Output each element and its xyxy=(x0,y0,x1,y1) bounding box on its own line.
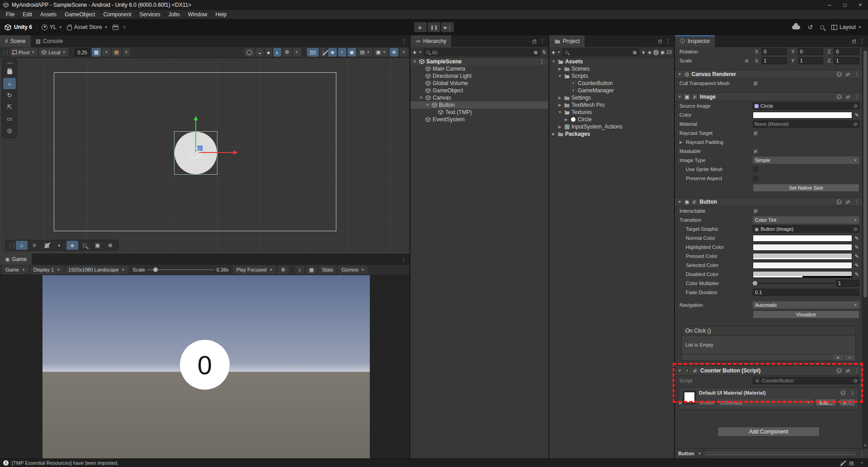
maximize-button[interactable]: □ xyxy=(837,0,853,10)
lock-icon[interactable] xyxy=(533,41,536,43)
project-item-assets[interactable]: ▼Assets xyxy=(549,58,674,65)
drag-handle-icon[interactable]: ❘❘ xyxy=(2,50,9,55)
splitter[interactable] xyxy=(410,35,410,458)
package-manager-icon[interactable] xyxy=(113,25,118,30)
eyedropper-icon[interactable]: ✎ xyxy=(854,253,859,259)
2d-toggle[interactable]: 2D xyxy=(307,48,319,57)
lighting-toggle-button[interactable]: ◐ xyxy=(54,241,66,250)
menu-edit[interactable]: Edit xyxy=(19,10,36,19)
lock-icon[interactable] xyxy=(852,41,856,43)
foldout-icon[interactable]: ▶ xyxy=(564,117,569,122)
search-by-type-icon[interactable]: ▼ xyxy=(641,50,646,55)
image-enabled-checkbox[interactable]: ✓ xyxy=(692,94,698,100)
search-overlay-button[interactable] xyxy=(79,241,91,250)
hierarchy-item-gameobject[interactable]: GameObject xyxy=(410,87,548,94)
rotation-y-field[interactable]: 0 xyxy=(798,48,824,55)
foldout-icon[interactable]: ▼ xyxy=(557,110,562,114)
preserve-aspect-checkbox[interactable]: ✓ xyxy=(753,176,759,181)
notifications-muted-icon[interactable]: ♪ xyxy=(840,460,843,466)
hierarchy-item-text-tmp-[interactable]: Text (TMP) xyxy=(410,109,548,116)
unity-logo[interactable]: Unity 6 xyxy=(5,24,32,31)
interactable-checkbox[interactable]: ✓ xyxy=(753,208,759,214)
project-item-inputsystem-actions[interactable]: ▶InputSystem_Actions xyxy=(549,123,674,130)
menu-help[interactable]: Help xyxy=(212,10,231,19)
presets-icon[interactable]: ⇄ xyxy=(846,368,850,374)
material-field[interactable]: None (Material) ⊙ xyxy=(753,120,859,128)
hierarchy-item-global-volume[interactable]: Global Volume xyxy=(410,80,548,87)
foldout-icon[interactable]: ▶ xyxy=(557,67,562,71)
kebab-icon[interactable]: ⋮ xyxy=(854,367,859,374)
tab-console[interactable]: ▤ Console xyxy=(31,35,68,47)
layout-dropdown[interactable]: Layout▼ xyxy=(831,24,862,30)
project-item-packages[interactable]: ▶Packages xyxy=(549,130,674,138)
project-item-textures[interactable]: ▼Textures xyxy=(549,109,674,116)
resolution-dropdown[interactable]: 1920x1080 Landscape▼ xyxy=(65,266,128,274)
set-native-size-button[interactable]: Set Native Size xyxy=(753,184,859,192)
presets-icon[interactable]: ⇄ xyxy=(846,71,850,77)
hierarchy-item-main-camera[interactable]: Main Camera xyxy=(410,65,548,72)
snap-increment-dropdown[interactable]: ▼ xyxy=(123,48,131,57)
debug-bug-button[interactable]: ⚙ xyxy=(283,48,292,57)
disabled-color-swatch[interactable] xyxy=(753,271,852,278)
overlay-drag-handle[interactable]: ══ xyxy=(7,61,12,66)
script-field[interactable]: # CounterButton ⊙ xyxy=(753,377,859,384)
gizmo-x-axis-arrow[interactable] xyxy=(199,152,236,153)
window-picker-icon[interactable]: ▣ xyxy=(533,50,538,55)
vsync-keyboard-button[interactable]: ▦ xyxy=(306,266,317,274)
slider-thumb[interactable] xyxy=(753,281,757,286)
help-icon[interactable]: ? xyxy=(836,199,842,205)
scale-y-field[interactable]: 1 xyxy=(798,57,824,64)
object-picker-icon[interactable]: ⊙ xyxy=(854,226,858,232)
hierarchy-item-button[interactable]: ▼Button xyxy=(410,101,548,109)
game-menu-kebab-icon[interactable]: ⋮ xyxy=(401,256,406,262)
lighting-mode-button[interactable]: ◒ xyxy=(256,48,264,57)
splitter[interactable] xyxy=(548,35,549,458)
image-component-header[interactable]: ▼▣ ✓ Image ?⇄⋮ xyxy=(675,92,862,101)
foldout-icon[interactable]: ▶ xyxy=(679,140,684,144)
scale-x-field[interactable]: 1 xyxy=(761,57,787,64)
undo-history-icon[interactable]: ↺ xyxy=(807,24,813,31)
scale-tool[interactable]: ⇱ xyxy=(3,101,16,113)
scale-slider[interactable] xyxy=(147,269,215,270)
kebab-icon[interactable]: ⋮ xyxy=(854,199,859,205)
hierarchy-item-canvas[interactable]: ▼Canvas xyxy=(410,94,548,101)
add-event-button[interactable]: + xyxy=(832,354,844,361)
foldout-icon[interactable]: ▼ xyxy=(557,74,562,78)
kebab-icon[interactable]: ⋮ xyxy=(854,94,859,100)
debug-dropdown[interactable]: ▼ xyxy=(293,48,301,57)
presets-icon[interactable]: ⇄ xyxy=(846,94,850,100)
shader-dropdown[interactable]: UI/Default▼ xyxy=(717,399,812,406)
game-render-area[interactable]: 0 xyxy=(42,275,370,458)
color-multiplier-field[interactable]: 1 xyxy=(836,280,859,287)
view-options-button[interactable]: ≡ xyxy=(28,241,40,250)
tab-project[interactable]: Project xyxy=(549,35,585,47)
step-button[interactable]: ▶❘ xyxy=(441,22,454,32)
asset-store-dropdown[interactable]: Asset Store▼ xyxy=(67,24,108,30)
version-control-icon[interactable]: ⑂ xyxy=(123,24,126,30)
project-item-counterbutton[interactable]: #CounterButton xyxy=(549,80,674,87)
preview-caret[interactable]: ▼ xyxy=(698,452,701,456)
object-picker-icon[interactable]: ⊙ xyxy=(854,103,858,109)
overlay-drag-handle[interactable]: ❘❘ xyxy=(8,243,15,248)
hierarchy-item-directional-light[interactable]: Directional Light xyxy=(410,72,548,80)
foldout-icon[interactable]: ▶ xyxy=(557,95,562,100)
counter-script-enabled-checkbox[interactable]: ✓ xyxy=(692,368,698,374)
mute-audio-button[interactable]: ♪ xyxy=(295,266,304,274)
project-item-textmesh-pro[interactable]: ▶TextMesh Pro xyxy=(549,101,674,109)
inspector-preview-bar[interactable]: Button ▼ ⋮ xyxy=(675,448,868,458)
pause-button[interactable]: ❚❚ xyxy=(428,22,440,32)
gizmo-center-circle[interactable] xyxy=(190,148,200,158)
menu-component[interactable]: Component xyxy=(99,10,135,19)
eyedropper-icon[interactable]: ✎ xyxy=(854,262,859,268)
hierarchy-item-eventsystem[interactable]: EventSystem xyxy=(410,116,548,123)
layers-button[interactable]: ▤ ▼ xyxy=(358,48,372,57)
tab-inspector[interactable]: ⓘ Inspector xyxy=(675,35,715,47)
shaded-mode-button[interactable]: ◯ xyxy=(245,48,255,57)
gizmos-dropdown[interactable]: Gizmos▼ xyxy=(338,266,368,274)
visualize-button[interactable]: Visualize xyxy=(753,310,859,319)
selected-color-swatch[interactable] xyxy=(753,262,852,269)
counter-button[interactable]: 0 xyxy=(180,340,230,390)
foldout-icon[interactable]: ▼ xyxy=(412,59,417,64)
search-by-label-icon[interactable]: ◈ xyxy=(648,49,651,55)
frame-debugger-button[interactable]: ⚙ xyxy=(278,266,288,274)
